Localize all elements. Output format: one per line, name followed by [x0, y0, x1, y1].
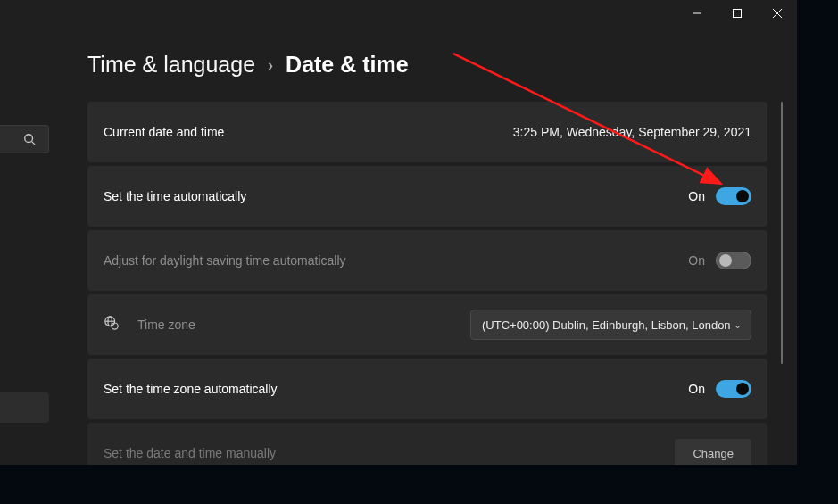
row-set-timezone-auto: Set the time zone automatically On — [87, 359, 767, 419]
toggle-state: On — [688, 253, 705, 268]
row-label: Set the date and time manually — [104, 446, 675, 460]
toggle-knob — [736, 190, 749, 202]
breadcrumb: Time & language › Date & time — [0, 27, 797, 99]
svg-line-5 — [32, 142, 36, 145]
maximize-button[interactable] — [717, 0, 757, 27]
toggle-set-time-auto[interactable] — [716, 187, 751, 205]
toggle-set-timezone-auto[interactable] — [716, 380, 751, 398]
row-current-datetime: Current date and time 3:25 PM, Wednesday… — [87, 102, 767, 162]
globe-icon — [104, 315, 129, 335]
page-title: Date & time — [286, 52, 409, 78]
row-set-manual: Set the date and time manually Change — [87, 423, 767, 465]
row-timezone: Time zone (UTC+00:00) Dublin, Edinburgh,… — [87, 294, 767, 355]
row-label: Set the time automatically — [104, 189, 688, 203]
row-set-time-auto: Set the time automatically On — [87, 166, 767, 227]
chevron-down-icon: ⌄ — [734, 319, 742, 331]
sidebar-item-selected[interactable] — [0, 392, 49, 423]
content-area: Current date and time 3:25 PM, Wednesday… — [87, 102, 786, 465]
close-icon — [773, 9, 782, 18]
chevron-right-icon: › — [268, 56, 273, 75]
minimize-icon — [693, 9, 701, 18]
settings-window: Time & language › Date & time Current da… — [0, 0, 797, 465]
row-dst-auto: Adjust for daylight saving time automati… — [87, 230, 767, 291]
toggle-knob — [736, 383, 749, 395]
toggle-dst-auto — [716, 252, 751, 269]
row-label: Adjust for daylight saving time automati… — [104, 253, 688, 268]
current-datetime-value: 3:25 PM, Wednesday, September 29, 2021 — [513, 125, 751, 139]
row-label: Set the time zone automatically — [104, 382, 688, 396]
breadcrumb-parent[interactable]: Time & language — [87, 52, 255, 78]
dropdown-selected: (UTC+00:00) Dublin, Edinburgh, Lisbon, L… — [482, 318, 731, 332]
row-label: Time zone — [137, 318, 470, 332]
svg-point-4 — [25, 135, 33, 143]
change-button[interactable]: Change — [675, 439, 751, 465]
svg-point-9 — [112, 323, 118, 329]
toggle-state: On — [688, 382, 705, 396]
search-icon — [23, 133, 36, 145]
maximize-icon — [733, 9, 742, 18]
svg-rect-1 — [733, 10, 741, 18]
scrollbar-thumb[interactable] — [781, 102, 783, 364]
settings-list: Current date and time 3:25 PM, Wednesday… — [87, 102, 767, 465]
close-button[interactable] — [757, 0, 797, 27]
toggle-state: On — [688, 189, 705, 203]
minimize-button[interactable] — [676, 0, 717, 27]
timezone-dropdown[interactable]: (UTC+00:00) Dublin, Edinburgh, Lisbon, L… — [470, 310, 751, 340]
search-input[interactable] — [0, 125, 49, 153]
titlebar — [0, 0, 797, 27]
sidebar-fragment — [0, 125, 54, 423]
toggle-knob — [719, 254, 732, 267]
row-label: Current date and time — [104, 125, 513, 139]
